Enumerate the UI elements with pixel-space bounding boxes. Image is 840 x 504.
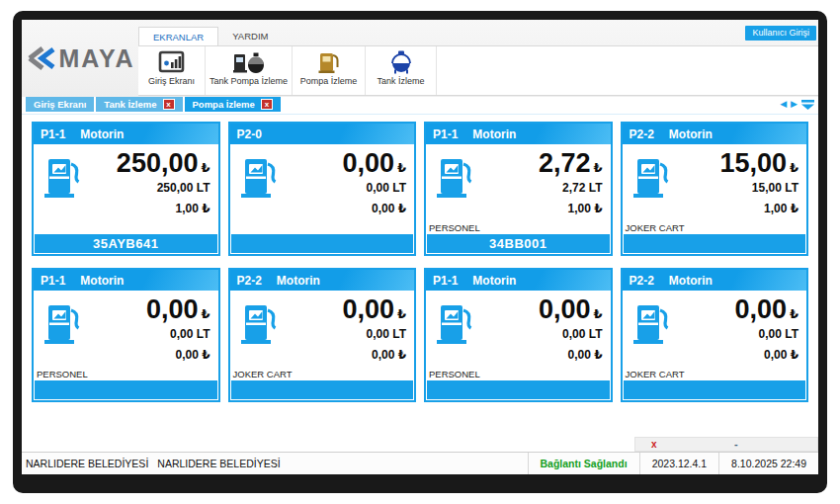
currency-symbol: ₺ [593, 160, 602, 175]
pump-id: P2-2 [237, 274, 262, 288]
pump-card-header: P2-2 Motorin [623, 270, 807, 291]
currency-symbol: ₺ [790, 306, 798, 321]
pump-card[interactable]: P1-1 Motorin [424, 122, 613, 256]
ribbon-button-label: Tank İzleme [374, 76, 429, 87]
ribbon-tab-ekranlar[interactable]: EKRANLAR [138, 27, 218, 45]
customer-tag: JOKER CART [233, 369, 293, 379]
doc-tab-label: Pompa İzleme [193, 99, 255, 110]
pump-card[interactable]: P1-1 Motorin [32, 268, 220, 402]
fuel-pump-gold-icon [317, 50, 341, 74]
pump-id: P1-1 [433, 274, 458, 288]
fuel-pump-icon [436, 301, 473, 351]
user-login-button[interactable]: Kullanıcı Girişi [745, 26, 816, 41]
tank-sphere-icon [389, 50, 413, 74]
pump-card[interactable]: P2-2 Motorin [228, 268, 417, 402]
tab-list-dropdown-icon[interactable] [801, 100, 814, 110]
app-version: 2023.12.4.1 [639, 453, 718, 474]
fuel-pump-icon [632, 155, 670, 205]
pump-card-header: P2-2 Motorin [623, 124, 807, 144]
ribbon-header: MAYA EKRANLAR YARDIM Kullanıcı Girişi Gi… [22, 20, 818, 97]
pump-grid: P1-1 Motorin [22, 115, 818, 402]
maya-logo-icon [25, 45, 56, 71]
pump-card-body: 0,00₺ 0,00 LT 0,00 ₺ [230, 144, 415, 233]
plate-bar [624, 380, 806, 399]
monitor-chart-icon [158, 50, 185, 74]
connection-status: Bağlantı Sağlandı [528, 453, 639, 474]
customer-tag: JOKER CART [626, 369, 685, 379]
currency-symbol: ₺ [397, 160, 406, 175]
pump-id: P1-1 [41, 127, 65, 141]
ribbon-button-tank-pompa-izleme[interactable]: Tank Pompa İzleme [206, 46, 293, 95]
fuel-type: Motorin [277, 274, 320, 288]
tab-scroll-controls: ◀ ▶ [780, 97, 818, 112]
pump-card-body: 0,00₺ 0,00 LT 0,00 ₺ [426, 291, 611, 379]
pump-card-body: 15,00₺ 15,00 LT 1,00 ₺ [623, 144, 807, 233]
customer-tag: PERSONEL [37, 369, 88, 379]
pump-card[interactable]: P2-0 0,00₺ [228, 122, 417, 256]
pump-card-body: 2,72₺ 2,72 LT 1,00 ₺ [426, 144, 611, 233]
fuel-type: Motorin [669, 274, 713, 288]
status-bar: NARLIDERE BELEDİYESİ NARLIDERE BELEDİYES… [22, 452, 818, 474]
pump-id: P1-1 [41, 274, 65, 288]
status-datetime: 8.10.2025 22:49 [718, 453, 818, 474]
scroll-tabs-left-icon[interactable]: ◀ [780, 100, 787, 109]
pump-card-header: P2-0 [230, 124, 415, 144]
ribbon-button-tank-izleme[interactable]: Tank İzleme [366, 46, 437, 95]
pump-card-body: 250,00₺ 250,00 LT 1,00 ₺ [34, 144, 218, 233]
ribbon-button-giris-ekrani[interactable]: Giriş Ekranı [138, 46, 206, 95]
pump-card-body: 0,00₺ 0,00 LT 0,00 ₺ [623, 291, 807, 379]
fuel-pump-icon [240, 301, 278, 351]
plate-bar [231, 234, 414, 253]
pump-card[interactable]: P1-1 Motorin [424, 268, 613, 402]
doc-tab-tank-izleme[interactable]: Tank İzleme x [96, 97, 182, 112]
tank-pump-icon [233, 50, 265, 74]
doc-tab-label: Giriş Ekranı [34, 99, 86, 110]
close-tab-icon[interactable]: x [261, 99, 273, 110]
document-tab-bar: Giriş Ekranı Tank İzleme x Pompa İzleme … [22, 97, 818, 115]
fuel-type: Motorin [80, 274, 124, 288]
scroll-tabs-right-icon[interactable]: ▶ [791, 100, 798, 109]
doc-tab-label: Tank İzleme [104, 99, 156, 110]
pump-card[interactable]: P1-1 Motorin [32, 122, 220, 256]
fuel-type: Motorin [669, 127, 713, 141]
fuel-pump-icon [436, 155, 473, 205]
ribbon-button-label: Giriş Ekranı [144, 76, 199, 87]
company-name: NARLIDERE BELEDİYESİ [157, 458, 280, 469]
fuel-pump-icon [240, 155, 278, 205]
pump-id: P2-0 [237, 127, 262, 141]
ribbon-button-pompa-izleme[interactable]: Pompa İzleme [293, 46, 366, 95]
pump-card[interactable]: P2-2 Motorin [621, 122, 809, 256]
pump-card-body: 0,00₺ 0,00 LT 0,00 ₺ [34, 291, 218, 379]
currency-symbol: ₺ [201, 306, 210, 321]
status-cells: Bağlantı Sağlandı 2023.12.4.1 8.10.2025 … [528, 453, 818, 474]
fuel-type: Motorin [472, 127, 516, 141]
pump-id: P1-1 [433, 127, 458, 141]
plate-bar [35, 380, 217, 399]
plate-bar: 34BB001 [427, 234, 610, 253]
doc-tab-giris-ekrani[interactable]: Giriş Ekranı [26, 97, 94, 112]
customer-tag: JOKER CART [626, 222, 685, 233]
close-tab-icon[interactable]: x [163, 99, 175, 110]
fuel-type: Motorin [472, 274, 516, 288]
mini-window-bar: x - [634, 437, 818, 452]
ribbon-button-label: Pompa İzleme [296, 76, 362, 87]
currency-symbol: ₺ [790, 160, 798, 175]
fuel-pump-icon [43, 301, 81, 351]
doc-tab-pompa-izleme[interactable]: Pompa İzleme x [185, 97, 281, 112]
fuel-pump-icon [632, 301, 670, 351]
ribbon-button-label: Tank Pompa İzleme [206, 76, 292, 87]
pump-card-header: P2-2 Motorin [230, 270, 415, 291]
mini-minimize-icon[interactable]: - [734, 438, 738, 450]
logo-text: MAYA [58, 44, 134, 73]
ribbon-tab-yardim[interactable]: YARDIM [218, 27, 282, 45]
plate-bar [427, 380, 610, 399]
fuel-pump-icon [43, 155, 81, 205]
currency-symbol: ₺ [201, 160, 210, 175]
app-window: MAYA EKRANLAR YARDIM Kullanıcı Girişi Gi… [22, 20, 818, 474]
pump-card[interactable]: P2-2 Motorin [621, 268, 809, 402]
pump-card-header: P1-1 Motorin [426, 270, 611, 291]
pump-id: P2-2 [630, 127, 654, 141]
pump-card-body: 0,00₺ 0,00 LT 0,00 ₺ [230, 291, 415, 379]
plate-bar [231, 380, 414, 399]
mini-close-icon[interactable]: x [651, 439, 657, 450]
